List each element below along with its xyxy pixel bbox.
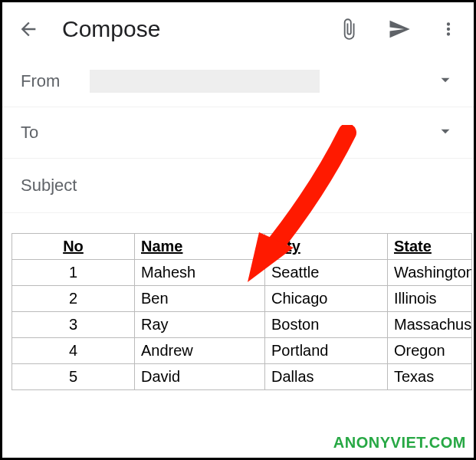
page-title: Compose — [62, 16, 337, 42]
cell-no: 4 — [12, 338, 135, 364]
cell-city: Boston — [265, 312, 388, 338]
cell-no: 5 — [12, 364, 135, 390]
to-label: To — [21, 123, 90, 143]
from-email-redacted — [90, 70, 320, 93]
cell-no: 1 — [12, 260, 135, 286]
watermark-text: ANONYVIET.COM — [333, 434, 466, 452]
cell-city: Seattle — [265, 260, 388, 286]
cell-state: Massachusetts — [388, 312, 472, 338]
send-icon[interactable] — [388, 18, 411, 41]
cell-state: Illinois — [388, 286, 472, 312]
table-row: 4 Andrew Portland Oregon — [12, 338, 472, 364]
cell-city: Dallas — [265, 364, 388, 390]
cell-city: Chicago — [265, 286, 388, 312]
header-actions — [337, 18, 458, 41]
cell-no: 2 — [12, 286, 135, 312]
cell-name: David — [135, 364, 265, 390]
attachment-icon[interactable] — [337, 18, 360, 41]
from-value[interactable] — [90, 70, 435, 93]
subject-field-row[interactable]: Subject — [2, 159, 474, 213]
table-row: 3 Ray Boston Massachusetts — [12, 312, 472, 338]
cell-state: Washington — [388, 260, 472, 286]
cell-city: Portland — [265, 338, 388, 364]
to-expand-chevron-icon[interactable] — [435, 121, 455, 144]
table-row: 5 David Dallas Texas — [12, 364, 472, 390]
col-header-no: No — [12, 234, 135, 260]
cell-name: Ben — [135, 286, 265, 312]
cell-no: 3 — [12, 312, 135, 338]
back-arrow-icon[interactable] — [18, 18, 39, 40]
col-header-name: Name — [135, 234, 265, 260]
cell-name: Andrew — [135, 338, 265, 364]
compose-header: Compose — [2, 2, 474, 56]
from-field-row: From — [2, 56, 474, 107]
more-menu-icon[interactable] — [438, 19, 458, 39]
compose-body[interactable]: No Name City State 1 Mahesh Seattle Wash… — [2, 213, 474, 390]
from-expand-chevron-icon[interactable] — [435, 70, 455, 93]
table-row: 2 Ben Chicago Illinois — [12, 286, 472, 312]
cell-state: Oregon — [388, 338, 472, 364]
data-table: No Name City State 1 Mahesh Seattle Wash… — [11, 233, 472, 390]
cell-name: Ray — [135, 312, 265, 338]
col-header-state: State — [388, 234, 472, 260]
to-field-row: To — [2, 107, 474, 159]
col-header-city: City — [265, 234, 388, 260]
cell-name: Mahesh — [135, 260, 265, 286]
table-row: 1 Mahesh Seattle Washington — [12, 260, 472, 286]
subject-label: Subject — [21, 176, 455, 196]
cell-state: Texas — [388, 364, 472, 390]
from-label: From — [21, 71, 90, 91]
table-header-row: No Name City State — [12, 234, 472, 260]
